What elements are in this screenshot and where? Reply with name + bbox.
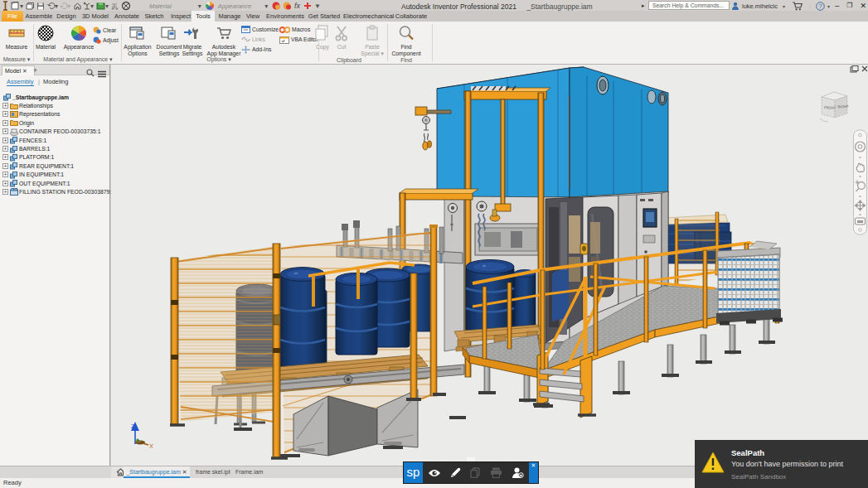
svg-text:FRONT: FRONT <box>824 105 836 110</box>
svg-text:fx: fx <box>294 2 301 10</box>
svg-text:▾: ▾ <box>55 2 58 10</box>
svg-text:?: ? <box>818 2 822 10</box>
svg-text:X: X <box>149 442 153 450</box>
svg-text:▾: ▾ <box>20 2 23 10</box>
svg-text:▼: ▼ <box>314 2 321 10</box>
svg-text:Z: Z <box>131 423 135 429</box>
svg-text:▾: ▾ <box>105 2 109 10</box>
svg-text:▾: ▾ <box>67 2 70 10</box>
svg-text:RIGHT: RIGHT <box>837 104 849 109</box>
svg-text:▾: ▾ <box>90 2 94 10</box>
